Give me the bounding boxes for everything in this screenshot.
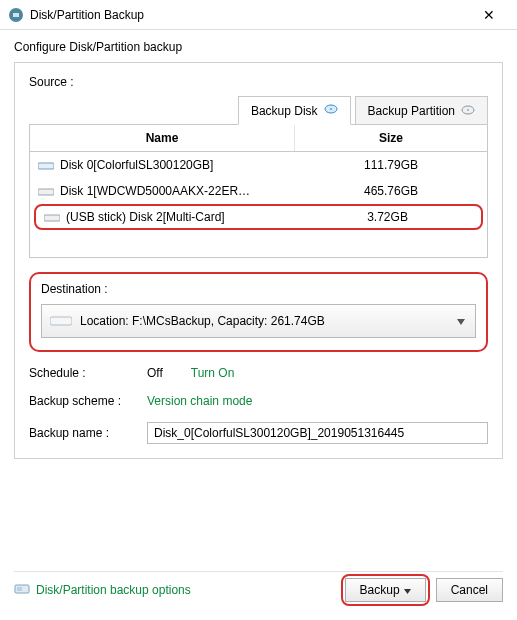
backup-name-input[interactable] (147, 422, 488, 444)
backup-options-label: Disk/Partition backup options (36, 583, 191, 597)
disk-size: 111.79GB (295, 158, 487, 172)
drive-icon (50, 314, 72, 328)
window-title: Disk/Partition Backup (30, 8, 469, 22)
schedule-row: Schedule : Off Turn On (29, 366, 488, 380)
destination-dropdown[interactable]: Location: F:\MCsBackup, Capacity: 261.74… (41, 304, 476, 338)
svg-rect-8 (44, 215, 60, 221)
drive-icon (44, 212, 60, 222)
svg-rect-9 (50, 317, 72, 325)
backup-button-highlight: Backup (341, 574, 430, 606)
svg-rect-1 (13, 13, 19, 17)
disk-name: (USB stick) Disk 2[Multi-Card] (66, 210, 225, 224)
footer-divider (14, 571, 503, 572)
disk-row[interactable]: Disk 1[WDCWD5000AAKX-22ER… 465.76GB (30, 178, 487, 204)
cancel-button[interactable]: Cancel (436, 578, 503, 602)
svg-point-3 (329, 108, 331, 110)
tab-backup-partition-label: Backup Partition (368, 104, 455, 118)
backup-name-row: Backup name : (29, 422, 488, 444)
scheme-value-link[interactable]: Version chain mode (147, 394, 252, 408)
scheme-row: Backup scheme : Version chain mode (29, 394, 488, 408)
disk-row-highlighted[interactable]: (USB stick) Disk 2[Multi-Card] 3.72GB (34, 204, 483, 230)
svg-point-5 (467, 109, 469, 111)
disk-size: 3.72GB (294, 210, 481, 224)
chevron-down-icon (457, 314, 465, 328)
cancel-button-label: Cancel (451, 583, 488, 597)
titlebar: Disk/Partition Backup ✕ (0, 0, 517, 30)
svg-rect-7 (38, 189, 54, 195)
disk-icon (324, 102, 338, 119)
source-label: Source : (29, 75, 488, 89)
destination-value: Location: F:\MCsBackup, Capacity: 261.74… (80, 314, 325, 328)
partition-icon (461, 103, 475, 120)
disk-list: Name Size Disk 0[ColorfulSL300120GB] 111… (29, 124, 488, 258)
disk-size: 465.76GB (295, 184, 487, 198)
drive-icon (38, 186, 54, 196)
backup-button-label: Backup (360, 583, 400, 597)
col-name[interactable]: Name (30, 125, 295, 151)
backup-name-label: Backup name : (29, 426, 139, 440)
scheme-label: Backup scheme : (29, 394, 139, 408)
col-size[interactable]: Size (295, 125, 487, 151)
source-tabs: Backup Disk Backup Partition (29, 95, 488, 124)
app-icon (8, 7, 24, 23)
chevron-down-icon (404, 583, 411, 597)
destination-section: Destination : Location: F:\MCsBackup, Ca… (29, 272, 488, 352)
destination-label: Destination : (41, 282, 476, 296)
svg-rect-6 (38, 163, 54, 169)
tab-backup-partition[interactable]: Backup Partition (355, 96, 488, 125)
disk-name: Disk 1[WDCWD5000AAKX-22ER… (60, 184, 250, 198)
drive-icon (38, 160, 54, 170)
schedule-turn-on-link[interactable]: Turn On (191, 366, 235, 380)
tab-backup-disk[interactable]: Backup Disk (238, 96, 351, 125)
schedule-label: Schedule : (29, 366, 139, 380)
options-icon (14, 581, 30, 600)
footer: Disk/Partition backup options Backup Can… (14, 574, 503, 606)
backup-options-link[interactable]: Disk/Partition backup options (14, 581, 191, 600)
svg-rect-11 (17, 587, 22, 591)
schedule-status: Off (147, 366, 163, 380)
disk-row[interactable]: Disk 0[ColorfulSL300120GB] 111.79GB (30, 152, 487, 178)
tab-backup-disk-label: Backup Disk (251, 104, 318, 118)
backup-button[interactable]: Backup (345, 578, 426, 602)
close-button[interactable]: ✕ (469, 1, 509, 29)
close-icon: ✕ (483, 7, 495, 23)
page-subtitle: Configure Disk/Partition backup (0, 30, 517, 62)
disk-name: Disk 0[ColorfulSL300120GB] (60, 158, 213, 172)
disk-list-header: Name Size (30, 125, 487, 152)
main-panel: Source : Backup Disk Backup Partition Na… (14, 62, 503, 459)
